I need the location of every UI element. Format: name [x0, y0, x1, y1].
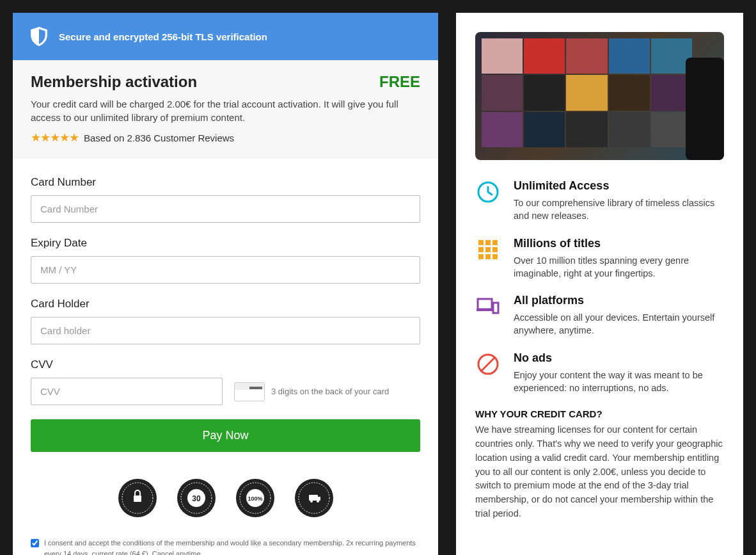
svg-rect-19 — [476, 309, 493, 311]
shield-icon — [31, 27, 47, 46]
reviews-row: ★★★★★ Based on 2.836 Customer Reviews — [31, 131, 420, 145]
activation-header: Membership activation FREE Your credit c… — [13, 60, 438, 158]
consent-row: I consent and accept the conditions of t… — [31, 538, 420, 555]
svg-rect-20 — [493, 303, 498, 313]
card-holder-label: Card Holder — [31, 298, 420, 310]
money-back-badge-icon: 30 — [176, 478, 217, 519]
svg-rect-18 — [478, 299, 492, 309]
features-panel: Unlimited Access To our comprehensive li… — [456, 13, 743, 555]
feature-millions-titles: Millions of titles Over 10 million title… — [475, 237, 724, 280]
consent-checkbox[interactable] — [31, 539, 39, 547]
svg-text:30: 30 — [192, 494, 201, 503]
feature-desc: Enjoy your content the way it was meant … — [514, 369, 724, 395]
reviews-text: Based on 2.836 Customer Reviews — [84, 133, 234, 143]
activation-title: Membership activation — [31, 73, 197, 91]
svg-rect-13 — [309, 495, 318, 501]
svg-point-15 — [310, 500, 313, 503]
devices-icon — [475, 294, 501, 319]
cvv-label: CVV — [31, 358, 420, 371]
cvv-hint: 3 digits on the back of your card — [234, 382, 389, 401]
grid-icon — [475, 237, 501, 262]
feature-no-ads: No ads Enjoy your content the way it was… — [475, 351, 724, 395]
cvv-input[interactable] — [31, 378, 223, 405]
expiry-label: Expiry Date — [31, 237, 420, 250]
feature-title: Millions of titles — [514, 237, 724, 250]
feature-desc: Over 10 million titles spanning every ge… — [514, 254, 724, 280]
cvv-hint-text: 3 digits on the back of your card — [271, 387, 389, 396]
pay-now-button[interactable]: Pay Now — [31, 419, 420, 452]
devices-hero-image — [475, 32, 724, 160]
card-number-input[interactable] — [31, 195, 420, 223]
secure-banner-text: Secure and encrypted 256-bit TLS verific… — [59, 31, 267, 42]
no-ads-icon — [475, 351, 501, 377]
secure-ordering-badge-icon — [117, 478, 158, 519]
svg-text:100%: 100% — [248, 495, 262, 502]
free-badge: FREE — [379, 73, 420, 91]
satisfaction-badge-icon: 100% — [235, 478, 276, 519]
feature-all-platforms: All platforms Accessible on all your dev… — [475, 294, 724, 337]
trust-badges: 30 100% — [31, 478, 420, 519]
clock-icon — [475, 179, 501, 205]
star-rating-icon: ★★★★★ — [31, 131, 79, 145]
why-text: We have streaming licenses for our conte… — [475, 423, 724, 520]
svg-line-22 — [482, 358, 494, 371]
feature-desc: Accessible on all your devices. Entertai… — [514, 311, 724, 337]
feature-title: Unlimited Access — [514, 179, 724, 193]
payment-panel: Secure and encrypted 256-bit TLS verific… — [13, 13, 438, 555]
easy-returns-badge-icon — [294, 478, 335, 519]
feature-desc: To our comprehensive library of timeless… — [514, 197, 724, 223]
expiry-input[interactable] — [31, 256, 420, 284]
secure-banner: Secure and encrypted 256-bit TLS verific… — [13, 13, 438, 60]
svg-rect-2 — [134, 495, 141, 502]
feature-title: All platforms — [514, 294, 724, 307]
feature-title: No ads — [514, 351, 724, 365]
card-holder-input[interactable] — [31, 317, 420, 344]
svg-point-16 — [317, 500, 319, 503]
payment-form: Card Number Expiry Date Card Holder CVV … — [13, 158, 438, 555]
why-title: WHY YOUR CREDIT CARD? — [475, 408, 724, 419]
card-back-icon — [234, 382, 265, 401]
consent-text: I consent and accept the conditions of t… — [44, 538, 420, 555]
why-credit-card-section: WHY YOUR CREDIT CARD? We have streaming … — [475, 408, 724, 520]
feature-unlimited-access: Unlimited Access To our comprehensive li… — [475, 179, 724, 223]
card-number-label: Card Number — [31, 176, 420, 189]
charge-description: Your credit card will be charged 2.00€ f… — [31, 97, 420, 124]
